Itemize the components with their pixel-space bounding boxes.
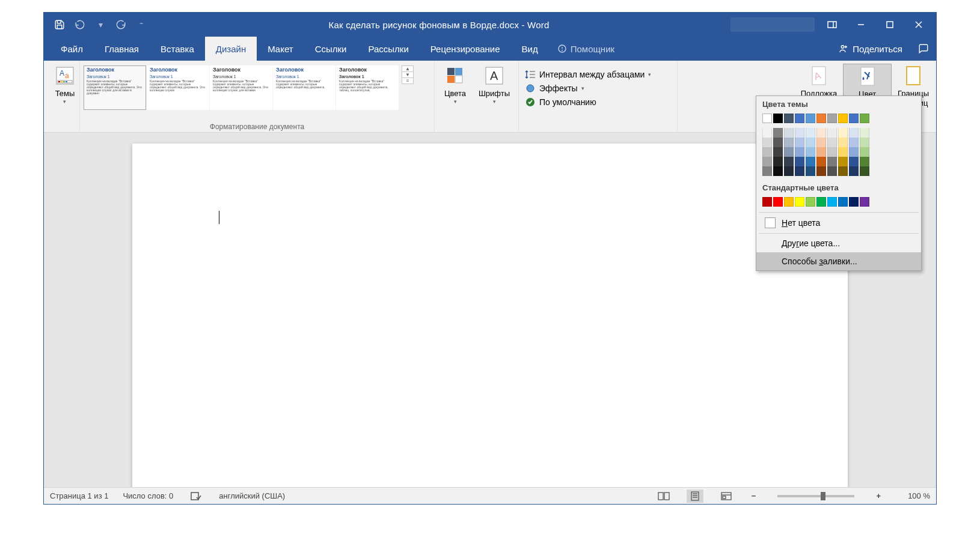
comments-icon[interactable] [911, 37, 936, 61]
color-swatch[interactable] [849, 147, 859, 157]
tab-layout[interactable]: Макет [257, 37, 304, 61]
color-swatch[interactable] [860, 197, 869, 207]
page[interactable] [132, 144, 848, 487]
color-swatch[interactable] [827, 128, 837, 138]
fonts-button[interactable]: A Шрифты▾ [474, 64, 514, 120]
zoom-thumb[interactable] [821, 492, 825, 500]
color-swatch[interactable] [762, 147, 772, 157]
gallery-item[interactable]: ЗаголовокЗаголовок 1Коллекция на вкладке… [210, 65, 272, 110]
color-swatch[interactable] [795, 197, 804, 207]
tell-me[interactable]: Помощник [549, 37, 623, 61]
color-swatch[interactable] [773, 197, 783, 207]
color-swatch[interactable] [860, 157, 869, 166]
color-swatch[interactable] [762, 197, 772, 207]
color-swatch[interactable] [838, 114, 848, 123]
color-swatch[interactable] [784, 197, 794, 207]
color-swatch[interactable] [860, 166, 869, 176]
close-button[interactable] [905, 15, 933, 34]
color-swatch[interactable] [773, 157, 783, 166]
color-swatch[interactable] [816, 166, 826, 176]
tab-insert[interactable]: Вставка [150, 37, 205, 61]
color-swatch[interactable] [849, 197, 859, 207]
color-swatch[interactable] [827, 157, 837, 166]
color-swatch[interactable] [816, 157, 826, 166]
word-count[interactable]: Число слов: 0 [123, 491, 173, 500]
color-swatch[interactable] [827, 197, 837, 207]
color-swatch[interactable] [849, 138, 859, 147]
redo-icon[interactable] [115, 19, 127, 31]
tab-mailings[interactable]: Рассылки [357, 37, 419, 61]
maximize-button[interactable] [876, 15, 904, 34]
gallery-item[interactable]: ЗаголовокЗаголовок 1Коллекция на вкладке… [273, 65, 335, 110]
save-icon[interactable] [54, 19, 66, 31]
zoom-in-button[interactable]: + [874, 491, 883, 500]
color-swatch[interactable] [838, 157, 848, 166]
read-mode-icon[interactable] [655, 490, 672, 503]
colors-button[interactable]: Цвета▾ [438, 64, 472, 120]
color-swatch[interactable] [860, 114, 869, 123]
gallery-down-icon[interactable]: ▼ [402, 72, 413, 78]
print-layout-icon[interactable] [687, 490, 703, 503]
account-area[interactable] [730, 17, 815, 32]
color-swatch[interactable] [784, 138, 794, 147]
language-indicator[interactable]: английский (США) [219, 491, 285, 500]
color-swatch[interactable] [795, 157, 804, 166]
color-swatch[interactable] [838, 128, 848, 138]
color-swatch[interactable] [838, 166, 848, 176]
web-layout-icon[interactable] [718, 490, 735, 503]
gallery-item[interactable]: ЗаголовокЗаголовок 1Коллекция на вкладке… [147, 65, 209, 110]
tab-design[interactable]: Дизайн [205, 37, 257, 61]
paragraph-spacing-button[interactable]: Интервал между абзацами▾ [522, 68, 654, 81]
minimize-button[interactable] [847, 15, 875, 34]
ribbon-options-icon[interactable] [818, 15, 846, 34]
gallery-more-icon[interactable]: ≡ [402, 78, 413, 83]
color-swatch[interactable] [762, 128, 772, 138]
tab-view[interactable]: Вид [511, 37, 549, 61]
color-swatch[interactable] [762, 166, 772, 176]
gallery-item[interactable]: ЗаголовокЗаголовок 1Коллекция на вкладке… [336, 65, 399, 110]
tab-home[interactable]: Главная [94, 37, 150, 61]
share-button[interactable]: Поделиться [830, 37, 911, 61]
color-swatch[interactable] [806, 147, 815, 157]
color-swatch[interactable] [838, 147, 848, 157]
color-swatch[interactable] [827, 166, 837, 176]
themes-button[interactable]: Aa Темы▾ [47, 64, 82, 120]
color-swatch[interactable] [784, 157, 794, 166]
page-indicator[interactable]: Страница 1 из 1 [50, 491, 108, 500]
color-swatch[interactable] [784, 166, 794, 176]
color-swatch[interactable] [762, 138, 772, 147]
color-swatch[interactable] [773, 128, 783, 138]
color-swatch[interactable] [773, 147, 783, 157]
color-swatch[interactable] [816, 114, 826, 123]
color-swatch[interactable] [773, 166, 783, 176]
color-swatch[interactable] [806, 197, 815, 207]
more-colors-item[interactable]: Другие цвета... [756, 234, 921, 252]
qat-customize-icon[interactable]: ⁼ [135, 19, 147, 31]
color-swatch[interactable] [784, 147, 794, 157]
undo-icon[interactable] [74, 19, 86, 31]
color-swatch[interactable] [816, 128, 826, 138]
color-swatch[interactable] [816, 197, 826, 207]
color-swatch[interactable] [806, 138, 815, 147]
spell-check-icon[interactable] [188, 490, 204, 503]
color-swatch[interactable] [773, 114, 783, 123]
color-swatch[interactable] [795, 147, 804, 157]
color-swatch[interactable] [795, 166, 804, 176]
color-swatch[interactable] [838, 138, 848, 147]
color-swatch[interactable] [762, 157, 772, 166]
color-swatch[interactable] [827, 147, 837, 157]
color-swatch[interactable] [849, 114, 859, 123]
color-swatch[interactable] [816, 147, 826, 157]
no-color-item[interactable]: Нет цвета [756, 213, 921, 232]
color-swatch[interactable] [849, 157, 859, 166]
zoom-level[interactable]: 100 % [898, 491, 930, 500]
tab-review[interactable]: Рецензирование [420, 37, 511, 61]
zoom-out-button[interactable]: − [749, 491, 759, 500]
color-swatch[interactable] [795, 128, 804, 138]
qat-dropdown-icon[interactable]: ▾ [94, 19, 106, 31]
fill-effects-item[interactable]: Способы заливки... [756, 252, 921, 270]
color-swatch[interactable] [838, 197, 848, 207]
tab-references[interactable]: Ссылки [304, 37, 358, 61]
gallery-up-icon[interactable]: ▲ [402, 66, 413, 72]
zoom-slider[interactable] [777, 495, 854, 497]
